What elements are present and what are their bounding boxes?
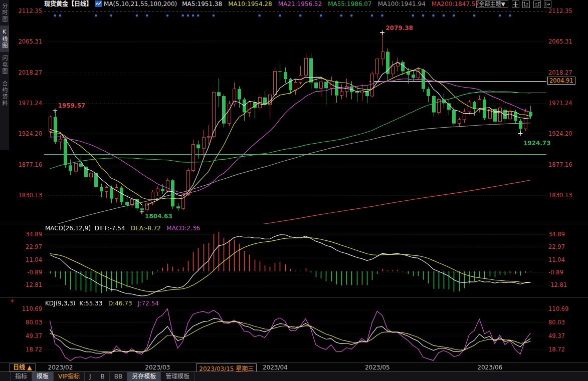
axis-tick-label: 1971.24 bbox=[548, 100, 586, 107]
sidebar-item-1[interactable]: K线图 bbox=[0, 26, 9, 52]
axis-tick-label: 49.37 bbox=[9, 332, 42, 339]
axis-tick-label: 22.97 bbox=[548, 243, 586, 250]
kdj-params: KDJ(9,3,3) bbox=[45, 300, 76, 307]
kdj-header: KDJ(9,3,3) K:55.33 D:46.73 J:72.54 bbox=[45, 300, 159, 307]
alert-sun-icon: ☀ bbox=[10, 298, 15, 304]
main-kline-chart[interactable] bbox=[44, 8, 546, 224]
period-selector[interactable]: 日线 ▲ bbox=[9, 363, 36, 371]
axis-tick-label: 2065.31 bbox=[548, 38, 586, 45]
panel-separator bbox=[0, 297, 588, 298]
axis-tick-label: 2112.35 bbox=[9, 8, 42, 15]
bottom-tab-2[interactable]: VIP指标 bbox=[54, 372, 85, 381]
axis-tick-label: -12.81 bbox=[9, 281, 42, 288]
date-tick-label: 2023/05 bbox=[365, 364, 390, 371]
date-tick-label: 2023/03 bbox=[145, 364, 170, 371]
axis-tick-label: -0.89 bbox=[9, 269, 42, 276]
macd-header: MACD(26,12,9) DIFF:-7.54 DEA:-8.72 MACD:… bbox=[45, 225, 200, 232]
macd-params: MACD(26,12,9) bbox=[45, 225, 91, 232]
bottom-tab-0[interactable]: 指标 bbox=[10, 372, 32, 381]
axis-tick-label: 11.04 bbox=[9, 256, 42, 263]
axis-tick-label: 1877.16 bbox=[548, 161, 586, 168]
kdj-d-value: D:46.73 bbox=[108, 300, 132, 307]
panel-separator bbox=[0, 224, 588, 224]
axis-tick-label: -12.81 bbox=[548, 281, 586, 288]
axis-tick-label: 2065.31 bbox=[9, 38, 42, 45]
axis-tick-label: 11.04 bbox=[548, 256, 586, 263]
axis-tick-label: 1877.16 bbox=[9, 161, 42, 168]
axis-tick-label: 80.03 bbox=[548, 319, 586, 326]
price-annotation: 1924.73 bbox=[523, 140, 551, 147]
header-toolbar: 全部主题▼ bbox=[476, 1, 551, 8]
ma-value: MA55:1986.07 bbox=[328, 1, 372, 8]
axis-tick-label: 18.72 bbox=[548, 346, 586, 353]
ma-value: MA21:1956.52 bbox=[278, 1, 322, 8]
axis-tick-label: -0.89 bbox=[548, 269, 586, 276]
symbol-title: 现货黄金【日线】 bbox=[44, 1, 92, 8]
bottom-tab-bar: 指标模板VIP指标JBBB另存模板管理模板 bbox=[0, 371, 588, 381]
axis-tick-label: 1830.13 bbox=[548, 192, 586, 199]
sidebar-item-0[interactable]: 分时图 bbox=[0, 0, 9, 26]
axis-tick-label: 1971.24 bbox=[9, 100, 42, 107]
axis-tick-label: 34.89 bbox=[548, 231, 586, 238]
bottom-tab-5[interactable]: BB bbox=[110, 372, 127, 381]
axis-tick-label: 2018.27 bbox=[548, 69, 586, 76]
move-icon[interactable] bbox=[512, 1, 519, 8]
axis-tick-label: 18.72 bbox=[9, 346, 42, 353]
pan-right-icon[interactable] bbox=[544, 1, 551, 8]
date-tick-label: 2023/06 bbox=[477, 364, 502, 371]
ma-value: MA10:1954.28 bbox=[228, 1, 272, 8]
axis-tick-label: 80.03 bbox=[9, 319, 42, 326]
date-tick-label: 2023/02 bbox=[48, 364, 73, 371]
date-axis: 日线 ▲ 2023/022023/032023/03/15 星期三2023/04… bbox=[0, 362, 588, 372]
left-sidebar: 分时图K线图闪电图合约资料 bbox=[0, 0, 9, 150]
price-annotation: 1804.63 bbox=[145, 213, 172, 220]
macd-panel-chart[interactable] bbox=[44, 224, 546, 297]
macd-diff-value: DIFF:-7.54 bbox=[95, 225, 125, 232]
axis-tick-label: 1924.20 bbox=[548, 130, 586, 137]
ma-value: MA100:1941.94 bbox=[378, 1, 426, 8]
bottom-tab-7[interactable]: 管理模板 bbox=[161, 372, 194, 381]
axis-tick-label: 49.37 bbox=[548, 332, 586, 339]
axis-tick-label: 110.69 bbox=[548, 305, 586, 312]
scale-axis-right-icon[interactable] bbox=[533, 1, 541, 8]
highlighted-price-tick: 2004.91 bbox=[547, 77, 575, 85]
axis-tick-label: 34.89 bbox=[9, 231, 42, 238]
axis-tick-label: 1830.13 bbox=[9, 192, 42, 199]
macd-value: MACD:2.36 bbox=[166, 225, 200, 232]
axis-tick-label: 110.69 bbox=[9, 305, 42, 312]
axis-tick-label: 2112.35 bbox=[548, 8, 586, 15]
axis-tick-label: 1924.20 bbox=[9, 130, 42, 137]
ma-group-label: MA(5,10,21,55,100,200) bbox=[104, 1, 177, 8]
bottom-tab-6[interactable]: 另存模板 bbox=[127, 372, 161, 381]
sidebar-item-3[interactable]: 合约资料 bbox=[0, 78, 9, 110]
bottom-tab-4[interactable]: B bbox=[96, 372, 110, 381]
price-annotation: 2079.38 bbox=[386, 25, 414, 32]
scale-axis-left-icon[interactable] bbox=[522, 1, 530, 8]
chart-header: 现货黄金【日线】MA(5,10,21,55,100,200)MA5:1951.3… bbox=[44, 0, 485, 8]
date-tick-label: 2023/04 bbox=[263, 364, 288, 371]
ma-value: MA5:1951.38 bbox=[182, 1, 222, 8]
ma-value: MA200:1847.57 bbox=[432, 1, 479, 8]
kdj-j-value: J:72.54 bbox=[138, 300, 159, 307]
axis-tick-label: 22.97 bbox=[9, 243, 42, 250]
ma-values: MA5:1951.38MA10:1954.28MA21:1956.52MA55:… bbox=[182, 1, 485, 8]
macd-dea-value: DEA:-8.72 bbox=[131, 225, 161, 232]
axis-tick-label: 2018.27 bbox=[9, 69, 42, 76]
trading-app: 分时图K线图闪电图合约资料 现货黄金【日线】MA(5,10,21,55,100,… bbox=[0, 0, 588, 381]
bottom-tab-3[interactable]: J bbox=[85, 372, 96, 381]
theme-dropdown-button[interactable]: 全部主题▼ bbox=[476, 1, 508, 8]
kdj-k-value: K:55.33 bbox=[79, 300, 102, 307]
bottom-tab-1[interactable]: 模板 bbox=[32, 372, 54, 381]
sidebar-item-2[interactable]: 闪电图 bbox=[0, 52, 9, 78]
price-annotation: 1959.57 bbox=[58, 102, 86, 109]
kdj-panel-chart[interactable] bbox=[44, 298, 546, 362]
